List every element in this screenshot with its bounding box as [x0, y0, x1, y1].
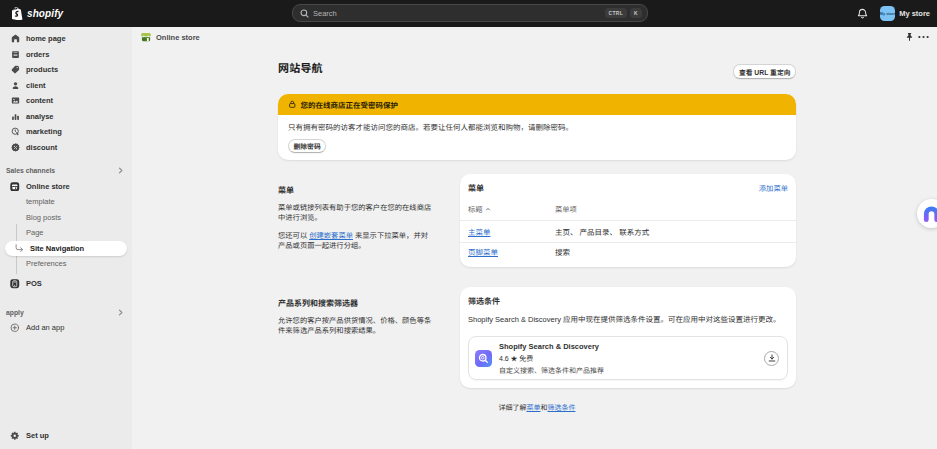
sort-caret-icon: [485, 206, 491, 212]
context-bar: Online store: [132, 27, 937, 47]
column-header-title[interactable]: 标题: [468, 204, 555, 214]
sidebar-item-discount[interactable]: discount: [0, 140, 132, 156]
add-menu-link[interactable]: 添加菜单: [759, 183, 788, 193]
learn-menus-link[interactable]: 菜单: [527, 404, 541, 411]
store-name: My store: [899, 9, 930, 18]
sidebar-item-blog-posts[interactable]: Blog posts: [0, 210, 132, 226]
sidebar: home page orders products client content…: [0, 27, 132, 449]
view-url-redirects-button[interactable]: 查看 URL 重定向: [733, 64, 796, 79]
column-header-items: 菜单项: [555, 204, 788, 214]
menus-section: 菜单 菜单或链接列表有助于您的客户在您的在线商店中进行浏览。 您还可以 创建嵌套…: [278, 174, 796, 267]
chevron-right-icon: [117, 309, 124, 316]
branch-arrow-icon: [15, 244, 24, 253]
filters-heading: 产品系列和搜索筛选器: [278, 297, 434, 308]
page-content: 网站导航 查看 URL 重定向 您的在线商店正在受密码保护 只有拥有密码的访客才…: [278, 47, 796, 412]
table-row: 主菜单 主页、 产品目录、 联系方式: [460, 221, 796, 244]
breadcrumb[interactable]: Online store: [140, 31, 200, 43]
filters-section: 产品系列和搜索筛选器 允许您的客户按产品供货情况、价格、颜色等条件来筛选产品系列…: [278, 287, 796, 388]
orders-icon: [10, 50, 20, 59]
content-icon: [10, 96, 20, 105]
kbd-ctrl: CTRL: [605, 8, 628, 18]
download-icon: [768, 354, 776, 362]
notifications-button[interactable]: [853, 5, 871, 23]
shopify-wordmark: shopify: [27, 8, 63, 19]
app-name: Shopify Search & Discovery: [499, 342, 764, 351]
password-protection-banner: 您的在线商店正在受密码保护 只有拥有密码的访客才能访问您的商店。若要让任何人都能…: [278, 94, 796, 160]
chevron-right-icon: [117, 167, 124, 174]
analytics-icon: [10, 112, 20, 121]
pin-button[interactable]: [902, 30, 916, 44]
sidebar-item-template[interactable]: template: [0, 194, 132, 210]
sidebar-item-marketing[interactable]: marketing: [0, 124, 132, 140]
sales-channels-header[interactable]: Sales channels: [0, 163, 132, 179]
menus-card: 菜单 添加菜单 标题 菜单项 主菜单 主页、 产品目录、 联系方式: [460, 174, 796, 267]
sidebar-item-preferences[interactable]: Preferences: [0, 256, 132, 272]
sidebar-item-page[interactable]: Page: [0, 225, 132, 241]
search-icon: [300, 9, 309, 18]
menus-desc-2: 您还可以 创建嵌套菜单 来显示下拉菜单，并对产品或页面一起进行分组。: [278, 231, 434, 252]
filters-desc: 允许您的客户按产品供货情况、价格、颜色等条件来筛选产品系列和搜索结果。: [278, 316, 434, 337]
sidebar-item-products[interactable]: products: [0, 62, 132, 78]
search-placeholder: Search: [313, 9, 602, 18]
dots-horizontal-icon: [918, 35, 929, 39]
apps-header[interactable]: apply: [0, 305, 132, 321]
shopify-bag-icon: [12, 7, 24, 21]
search-discovery-app-icon: [475, 350, 492, 367]
sidebar-item-site-navigation[interactable]: Site Navigation: [5, 241, 127, 257]
more-actions-button[interactable]: [916, 30, 930, 44]
bell-icon: [857, 8, 868, 19]
remove-password-button[interactable]: 删除密码: [288, 139, 326, 153]
account-menu[interactable]: My store My store: [880, 6, 930, 21]
topbar: shopify Search CTRL K My store My store: [0, 0, 937, 27]
sidebar-item-settings[interactable]: Set up: [0, 428, 132, 444]
online-store-icon: [140, 31, 152, 43]
sidebar-item-add-app[interactable]: Add an app: [0, 320, 132, 336]
menus-desc-1: 菜单或链接列表有助于您的客户在您的在线商店中进行浏览。: [278, 203, 434, 224]
assistant-logo-icon: [922, 204, 937, 223]
footer-menu-link[interactable]: 页脚菜单: [468, 248, 498, 257]
store-avatar: My store: [880, 6, 895, 21]
kbd-k: K: [630, 8, 642, 18]
filters-card-title: 筛选条件: [468, 295, 500, 306]
gear-icon: [10, 431, 20, 441]
app-rating: 4.6 ★ 免费: [499, 353, 764, 363]
nested-menus-link[interactable]: 创建嵌套菜单: [309, 231, 353, 240]
learn-filters-link[interactable]: 筛选条件: [548, 404, 576, 411]
star-icon: ★: [511, 353, 518, 363]
main-area: Online store 网站导航 查看 URL 重定向 您的在线商店正在受密码…: [132, 27, 937, 449]
sidebar-item-online-store[interactable]: Online store: [0, 179, 132, 195]
main-menu-link[interactable]: 主菜单: [468, 228, 491, 237]
sidebar-item-orders[interactable]: orders: [0, 47, 132, 63]
footer-help: 详细了解菜单和筛选条件: [278, 402, 796, 412]
filters-card-body: Shopify Search & Discovery 应用中现在提供筛选条件设置…: [460, 306, 796, 324]
shopify-logo[interactable]: shopify: [12, 7, 63, 21]
home-icon: [10, 34, 20, 43]
app-description: 自定义搜索、筛选条件和产品推荐: [499, 365, 764, 375]
install-app-button[interactable]: [764, 351, 779, 366]
storefront-icon: [10, 182, 20, 192]
table-row: 页脚菜单 搜索: [460, 243, 796, 260]
menus-table: 标题 菜单项 主菜单 主页、 产品目录、 联系方式 页脚菜单 搜索: [460, 199, 796, 267]
menus-heading: 菜单: [278, 184, 434, 195]
sidebar-item-pos[interactable]: POS: [0, 276, 132, 292]
banner-body-text: 只有拥有密码的访客才能访问您的商店。若要让任何人都能浏览和购物，请删除密码。: [288, 123, 786, 133]
search-input[interactable]: Search CTRL K: [292, 4, 648, 22]
sidebar-item-content[interactable]: content: [0, 93, 132, 109]
pin-icon: [905, 32, 914, 42]
sidebar-item-analytics[interactable]: analyse: [0, 109, 132, 125]
lock-icon: [288, 100, 297, 109]
pos-icon: [10, 279, 20, 289]
banner-header: 您的在线商店正在受密码保护: [278, 94, 796, 115]
page-title: 网站导航: [278, 61, 323, 76]
sidebar-item-client[interactable]: client: [0, 78, 132, 94]
client-icon: [10, 81, 20, 90]
app-card: Shopify Search & Discovery 4.6 ★ 免费 自定义搜…: [468, 336, 788, 380]
filters-card: 筛选条件 Shopify Search & Discovery 应用中现在提供筛…: [460, 287, 796, 388]
menus-card-title: 菜单: [468, 182, 484, 193]
sidebar-item-home[interactable]: home page: [0, 31, 132, 47]
products-icon: [10, 65, 20, 74]
circle-plus-icon: [10, 323, 20, 333]
discount-icon: [10, 143, 20, 152]
marketing-icon: [10, 127, 20, 136]
